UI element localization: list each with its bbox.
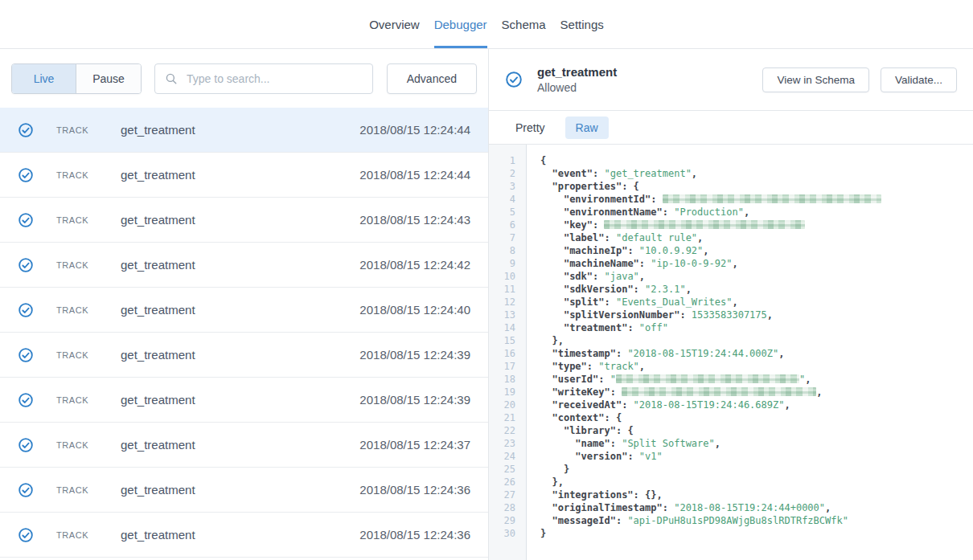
line-number: 18 <box>489 373 515 386</box>
line-number: 27 <box>489 488 515 501</box>
debugger-app: Overview Debugger Schema Settings Live P… <box>0 0 973 560</box>
line-number: 19 <box>489 386 515 399</box>
event-name: get_treatment <box>121 348 195 362</box>
line-number: 9 <box>489 257 515 270</box>
event-type-label: TRACK <box>56 125 121 135</box>
code-line: "key": <box>540 219 973 231</box>
event-row[interactable]: TRACK get_treatment 2018/08/15 12:24:39 <box>0 333 488 378</box>
line-number: 23 <box>489 437 515 450</box>
tab-raw[interactable]: Raw <box>565 116 609 139</box>
event-time: 2018/08/15 12:24:42 <box>359 258 470 272</box>
advanced-button[interactable]: Advanced <box>387 63 477 94</box>
code-line: "properties": { <box>540 180 973 193</box>
line-number: 20 <box>489 399 515 411</box>
line-number: 6 <box>489 219 515 231</box>
event-type-label: TRACK <box>56 305 121 315</box>
code-line: "library": { <box>540 424 973 437</box>
code-line: "environmentName": "Production", <box>540 206 973 219</box>
event-row[interactable]: TRACK get_treatment 2018/08/15 12:24:36 <box>0 468 488 513</box>
tab-debugger[interactable]: Debugger <box>434 0 487 48</box>
event-list: TRACK get_treatment 2018/08/15 12:24:44 … <box>0 108 488 560</box>
event-name: get_treatment <box>121 258 195 272</box>
event-time: 2018/08/15 12:24:44 <box>359 168 470 182</box>
event-name: get_treatment <box>121 303 195 317</box>
tab-pretty[interactable]: Pretty <box>505 116 556 139</box>
event-title: get_treatment <box>537 65 617 79</box>
redacted-value <box>616 374 799 383</box>
event-type-label: TRACK <box>56 170 121 180</box>
event-stream-panel: Live Pause Advanced TRACK <box>0 49 489 560</box>
pause-button[interactable]: Pause <box>76 64 141 93</box>
json-viewer: 1234567891011121314151617181920212223242… <box>489 145 973 560</box>
event-row[interactable]: TRACK get_treatment 2018/08/15 12:24:39 <box>0 378 488 423</box>
event-row[interactable]: TRACK get_treatment 2018/08/15 12:24:40 <box>0 288 488 333</box>
event-time: 2018/08/15 12:24:43 <box>359 213 470 227</box>
event-time: 2018/08/15 12:24:40 <box>359 303 470 317</box>
code-line: "event": "get_treatment", <box>540 167 973 180</box>
line-number: 5 <box>489 206 515 219</box>
redacted-value <box>622 387 816 396</box>
code-line: "integrations": {}, <box>540 488 973 501</box>
tab-schema[interactable]: Schema <box>502 0 546 48</box>
code-line: "splitVersionNumber": 1533583307175, <box>540 309 973 321</box>
line-number: 22 <box>489 424 515 437</box>
code-line: "treatment": "off" <box>540 321 973 334</box>
search-input[interactable] <box>185 72 363 86</box>
event-row[interactable]: TRACK get_treatment 2018/08/15 12:24:43 <box>0 198 488 243</box>
event-name: get_treatment <box>121 483 195 497</box>
event-name: get_treatment <box>121 528 195 542</box>
line-number: 24 <box>489 450 515 463</box>
event-name: get_treatment <box>121 438 195 452</box>
event-name: get_treatment <box>121 123 195 137</box>
event-row[interactable]: TRACK get_treatment 2018/08/15 12:24:44 <box>0 108 488 153</box>
event-row[interactable]: TRACK get_treatment 2018/08/15 12:24:36 <box>0 513 488 558</box>
line-number: 12 <box>489 296 515 309</box>
code-line: } <box>540 527 973 540</box>
code-line: "messageId": "api-DPuH8u1sPD98AWjgBu8slR… <box>540 514 973 527</box>
event-row[interactable]: TRACK get_treatment 2018/08/15 12:24:37 <box>0 423 488 468</box>
redacted-value <box>663 194 881 203</box>
line-number: 21 <box>489 411 515 424</box>
event-time: 2018/08/15 12:24:44 <box>359 123 470 137</box>
event-time: 2018/08/15 12:24:39 <box>359 393 470 407</box>
line-number-gutter: 1234567891011121314151617181920212223242… <box>489 145 527 560</box>
event-time: 2018/08/15 12:24:37 <box>359 438 470 452</box>
code-line: } <box>540 463 973 476</box>
line-number: 14 <box>489 321 515 334</box>
line-number: 4 <box>489 193 515 206</box>
check-circle-icon <box>18 302 34 318</box>
live-button[interactable]: Live <box>12 64 76 93</box>
check-circle-icon <box>18 437 34 453</box>
event-row[interactable]: TRACK get_treatment 2018/08/15 12:24:42 <box>0 243 488 288</box>
check-circle-icon <box>18 212 34 228</box>
code-line: }, <box>540 334 973 347</box>
tab-overview[interactable]: Overview <box>369 0 420 48</box>
line-number: 16 <box>489 347 515 360</box>
line-number: 13 <box>489 309 515 321</box>
line-number: 17 <box>489 360 515 373</box>
code-line: { <box>540 154 973 167</box>
code-line: "sdk": "java", <box>540 270 973 283</box>
code-line: "version": "v1" <box>540 450 973 463</box>
event-time: 2018/08/15 12:24:36 <box>359 528 470 542</box>
view-in-schema-button[interactable]: View in Schema <box>762 67 869 92</box>
detail-titles: get_treatment Allowed <box>537 65 617 94</box>
line-number: 8 <box>489 244 515 257</box>
code-line: "userId": "", <box>540 373 973 386</box>
validate-button[interactable]: Validate... <box>881 67 957 92</box>
event-type-label: TRACK <box>56 530 121 540</box>
check-circle-icon <box>18 392 34 408</box>
code-line: "type": "track", <box>540 360 973 373</box>
code-line: "sdkVersion": "2.3.1", <box>540 283 973 296</box>
event-type-label: TRACK <box>56 440 121 450</box>
line-number: 1 <box>489 154 515 167</box>
payload-view-tabs: Pretty Raw <box>489 111 973 145</box>
code-line: "receivedAt": "2018-08-15T19:24:46.689Z"… <box>540 399 973 411</box>
check-circle-icon <box>18 257 34 273</box>
code-line: "machineName": "ip-10-0-9-92", <box>540 257 973 270</box>
code-line: "context": { <box>540 411 973 424</box>
event-row[interactable]: TRACK get_treatment 2018/08/15 12:24:44 <box>0 153 488 198</box>
search-box[interactable] <box>154 63 373 94</box>
tab-settings[interactable]: Settings <box>560 0 604 48</box>
line-number: 11 <box>489 283 515 296</box>
